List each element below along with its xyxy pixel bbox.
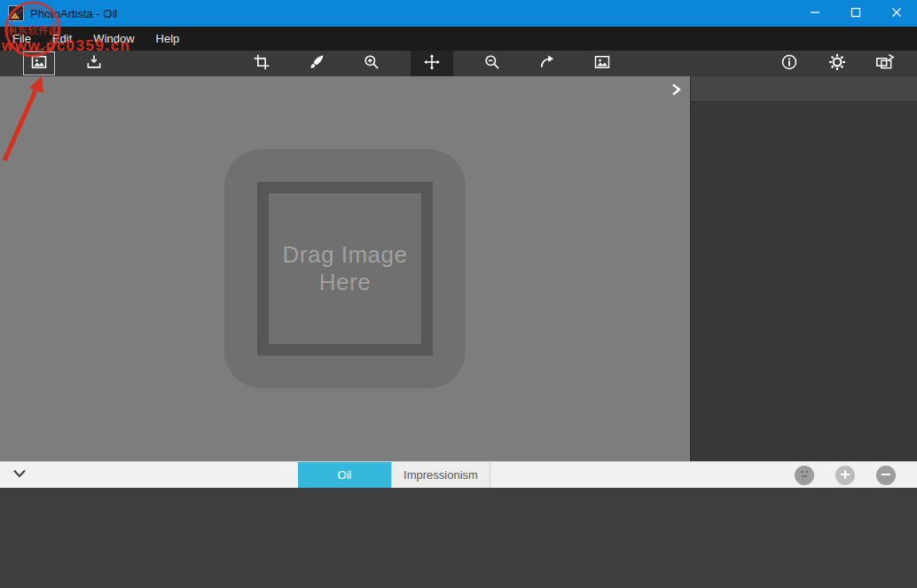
dropzone-label: Drag Image Here bbox=[274, 241, 416, 295]
import-image-button[interactable] bbox=[78, 51, 110, 75]
face-icon bbox=[797, 466, 811, 484]
minimize-button[interactable] bbox=[795, 0, 835, 27]
remove-preset-button[interactable] bbox=[876, 466, 896, 485]
style-tab-bar: Oil Impressionism bbox=[0, 461, 917, 488]
face-preset-button[interactable] bbox=[795, 466, 814, 485]
info-icon bbox=[780, 53, 798, 74]
import-icon bbox=[85, 53, 103, 74]
open-image-icon bbox=[30, 53, 48, 74]
zoom-in-icon bbox=[363, 53, 380, 74]
maximize-button[interactable] bbox=[835, 0, 876, 27]
settings-panel bbox=[690, 76, 917, 461]
title-bar[interactable]: PhotoArtista - Oil bbox=[0, 0, 917, 27]
caption-buttons bbox=[795, 0, 917, 27]
image-preview-button[interactable] bbox=[586, 51, 618, 75]
add-preset-button[interactable] bbox=[835, 466, 855, 485]
move-button[interactable] bbox=[411, 51, 453, 76]
toolbar-left-group bbox=[23, 51, 110, 76]
panel-expand-button[interactable] bbox=[667, 82, 685, 100]
image-preview-icon bbox=[593, 53, 611, 74]
menu-edit[interactable]: Edit bbox=[42, 27, 82, 51]
menu-file[interactable]: File bbox=[2, 27, 42, 51]
tab-impressionism[interactable]: Impressionism bbox=[391, 462, 490, 488]
brush-icon bbox=[308, 53, 325, 74]
window-title: PhotoArtista - Oil bbox=[30, 7, 117, 20]
toolbar-center-group bbox=[246, 51, 618, 76]
menu-help[interactable]: Help bbox=[145, 27, 191, 51]
menu-window[interactable]: Window bbox=[82, 27, 145, 51]
crop-icon bbox=[253, 53, 270, 74]
app-icon bbox=[8, 5, 24, 21]
style-tabs: Oil Impressionism bbox=[298, 462, 490, 488]
info-button[interactable] bbox=[773, 51, 805, 75]
settings-button[interactable] bbox=[821, 51, 853, 75]
dropzone-frame: Drag Image Here bbox=[257, 182, 433, 356]
export-button[interactable] bbox=[869, 51, 901, 75]
open-image-button[interactable] bbox=[23, 51, 55, 75]
redo-button[interactable] bbox=[531, 51, 563, 75]
close-button[interactable] bbox=[876, 0, 917, 27]
plus-icon bbox=[840, 467, 850, 483]
export-icon bbox=[875, 53, 895, 74]
zoom-out-icon bbox=[483, 53, 501, 74]
brush-button[interactable] bbox=[301, 51, 333, 75]
image-dropzone[interactable]: Drag Image Here bbox=[224, 149, 466, 388]
chevron-down-icon bbox=[12, 467, 27, 483]
redo-icon bbox=[538, 53, 556, 74]
crop-button[interactable] bbox=[246, 51, 278, 75]
toolbar-right-group bbox=[773, 51, 901, 76]
toolbar bbox=[0, 51, 917, 76]
menu-bar: File Edit Window Help bbox=[0, 27, 917, 51]
tab-oil[interactable]: Oil bbox=[298, 462, 391, 488]
preset-controls bbox=[795, 466, 896, 485]
settings-panel-header bbox=[691, 76, 917, 102]
close-icon bbox=[891, 5, 902, 21]
zoom-in-button[interactable] bbox=[356, 51, 388, 75]
presets-panel bbox=[0, 488, 917, 588]
minimize-icon bbox=[810, 5, 820, 21]
canvas-area[interactable]: Drag Image Here bbox=[0, 76, 690, 461]
chevron-right-icon bbox=[670, 82, 682, 100]
collapse-presets-button[interactable] bbox=[11, 466, 28, 484]
zoom-out-button[interactable] bbox=[476, 51, 508, 75]
minus-icon bbox=[881, 467, 891, 483]
move-icon bbox=[423, 53, 441, 74]
maximize-icon bbox=[850, 5, 861, 21]
gear-icon bbox=[828, 53, 846, 74]
